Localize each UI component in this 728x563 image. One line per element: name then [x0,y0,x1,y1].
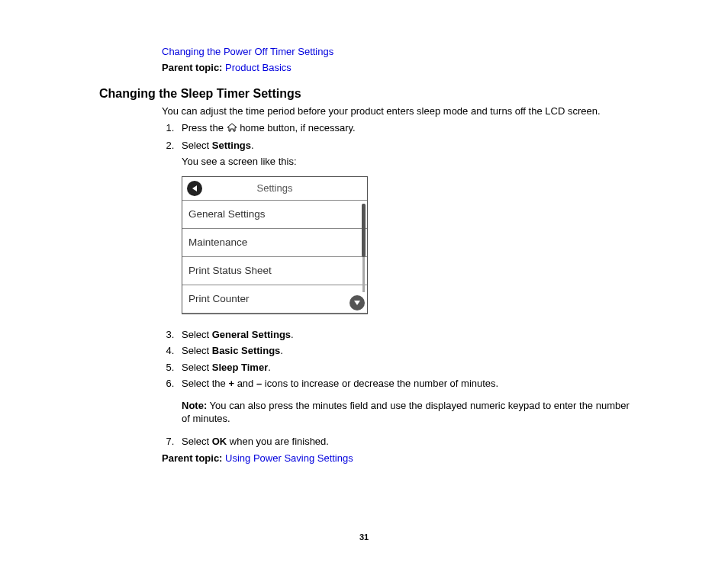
step-3-prefix: Select [182,329,212,340]
scroll-down-button[interactable] [350,295,365,310]
page-number: 31 [0,532,728,542]
related-link-line: Changing the Power Off Timer Settings [162,46,636,57]
section-body: You can adjust the time period before yo… [162,105,636,464]
note-label: Note: [182,400,207,411]
step-2-bold: Settings [212,140,251,151]
step-1: Press the home button, if necessary. [177,121,636,136]
step-5-suffix: . [268,362,271,373]
screen-list: General Settings Maintenance Print Statu… [182,201,367,314]
step-7-bold: OK [212,436,227,447]
step-3: Select General Settings. [177,328,636,342]
top-links-block: Changing the Power Off Timer Settings Pa… [162,46,636,73]
step-7: Select OK when you are finished. [177,435,636,449]
step-4-bold: Basic Settings [212,345,281,356]
screen-header: Settings [182,177,367,201]
step-4-prefix: Select [182,345,212,356]
step-3-bold: General Settings [212,329,291,340]
step-5-bold: Sleep Timer [212,362,268,373]
screen-title: Settings [182,182,367,195]
step-6: Select the + and – icons to increase or … [177,377,636,425]
step-1-prefix: Press the [182,122,227,134]
step-6-mid: and [234,378,256,389]
link-product-basics[interactable]: Product Basics [225,62,292,73]
screen-item-print-status-sheet[interactable]: Print Status Sheet [182,257,367,285]
screen-item-print-counter[interactable]: Print Counter [182,285,367,314]
step-6-plus: + [228,378,234,389]
step-4: Select Basic Settings. [177,344,636,358]
note-block: Note: You can also press the minutes fie… [182,400,636,426]
step-7-suffix: when you are finished. [227,436,329,447]
parent-topic-line-1: Parent topic: Product Basics [162,62,636,73]
parent-topic-label: Parent topic: [162,62,225,73]
page: Changing the Power Off Timer Settings Pa… [0,0,728,563]
note-text: You can also press the minutes field and… [182,400,630,424]
step-7-prefix: Select [182,436,212,447]
screen-item-general-settings[interactable]: General Settings [182,201,367,229]
step-5: Select Sleep Timer. [177,361,636,375]
step-2-text: Select Settings. [182,140,254,151]
step-6-prefix: Select the [182,378,228,389]
step-2-prefix: Select [182,140,212,151]
step-6-suffix: icons to increase or decrease the number… [262,378,498,389]
link-power-off-timer[interactable]: Changing the Power Off Timer Settings [162,46,333,57]
step-2: Select Settings. You see a screen like t… [177,139,636,314]
step-5-prefix: Select [182,362,212,373]
home-icon [227,122,237,136]
chevron-down-icon [354,301,360,305]
parent-topic-line-2: Parent topic: Using Power Saving Setting… [162,452,636,464]
step-4-suffix: . [280,345,283,356]
section-heading: Changing the Sleep Timer Settings [99,87,636,101]
step-3-suffix: . [291,329,294,340]
step-2-suffix: . [251,140,254,151]
screen-item-maintenance[interactable]: Maintenance [182,229,367,257]
parent-topic-label-2: Parent topic: [162,452,225,464]
settings-screen: Settings General Settings Maintenance Pr… [182,176,368,314]
intro-text: You can adjust the time period before yo… [162,105,636,117]
step-1-suffix: home button, if necessary. [237,122,356,134]
step-1-text: Press the home button, if necessary. [182,122,356,134]
steps-list: Press the home button, if necessary. Sel… [162,121,636,448]
link-power-saving-settings[interactable]: Using Power Saving Settings [225,452,353,464]
step-2-sub: You see a screen like this: [182,155,636,169]
scrollbar-thumb[interactable] [362,204,366,257]
